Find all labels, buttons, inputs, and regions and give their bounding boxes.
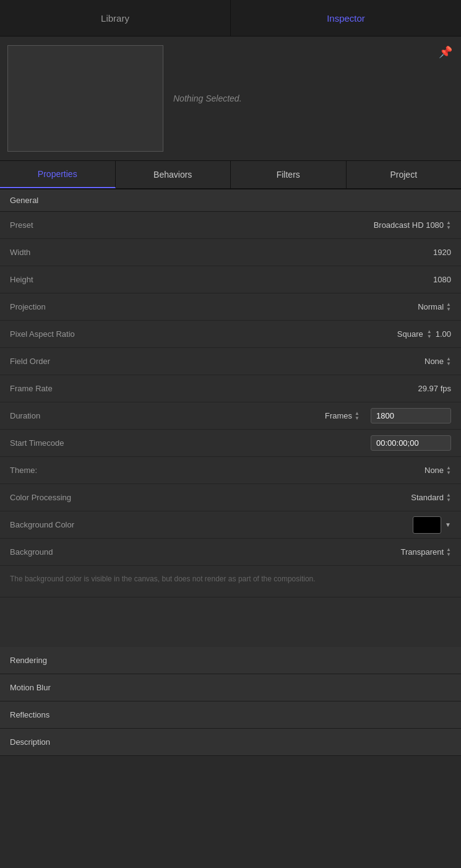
duration-label: Duration [10, 411, 97, 420]
tab-inspector[interactable]: Inspector [231, 0, 461, 36]
background-value[interactable]: Transparent ▲ ▼ [97, 547, 451, 557]
field-order-value[interactable]: None ▲ ▼ [97, 357, 451, 367]
tab-filters[interactable]: Filters [231, 161, 347, 188]
pixel-aspect-ratio-row: Pixel Aspect Ratio Square ▲ ▼ 1.00 [0, 321, 461, 348]
background-stepper-icon[interactable]: ▲ ▼ [446, 547, 451, 557]
motion-blur-section-header[interactable]: Motion Blur [0, 674, 461, 701]
preview-area: Nothing Selected. 📌 [0, 37, 461, 160]
color-processing-value[interactable]: Standard ▲ ▼ [97, 493, 451, 503]
background-row: Background Transparent ▲ ▼ [0, 539, 461, 566]
start-timecode-value[interactable]: 00:00:00;00 [97, 435, 451, 451]
tab-library[interactable]: Library [0, 0, 231, 36]
duration-value[interactable]: Frames ▲ ▼ 1800 [97, 408, 451, 423]
sub-tab-bar: Properties Behaviors Filters Project [0, 160, 461, 189]
start-timecode-label: Start Timecode [10, 438, 97, 448]
rendering-section-header[interactable]: Rendering [0, 647, 461, 674]
theme-row: Theme: None ▲ ▼ [0, 457, 461, 484]
projection-value[interactable]: Normal ▲ ▼ [97, 302, 451, 312]
general-section-header: General [0, 189, 461, 212]
start-timecode-input[interactable]: 00:00:00;00 [371, 435, 451, 451]
duration-row: Duration Frames ▲ ▼ 1800 [0, 402, 461, 430]
duration-input[interactable]: 1800 [371, 408, 451, 423]
description-section-header[interactable]: Description [0, 729, 461, 755]
field-order-stepper-icon[interactable]: ▲ ▼ [446, 357, 451, 367]
height-value: 1080 [97, 275, 451, 284]
color-processing-row: Color Processing Standard ▲ ▼ [0, 484, 461, 511]
reflections-section: Reflections [0, 701, 461, 729]
projection-stepper-icon[interactable]: ▲ ▼ [446, 302, 451, 312]
nothing-selected-label: Nothing Selected. [163, 93, 454, 103]
frame-rate-row: Frame Rate 29.97 fps [0, 375, 461, 402]
rendering-section: Rendering [0, 647, 461, 674]
tab-project[interactable]: Project [347, 161, 462, 188]
top-tab-bar: Library Inspector [0, 0, 461, 37]
properties-table: Preset Broadcast HD 1080 ▲ ▼ Width 1920 … [0, 212, 461, 647]
color-swatch[interactable] [413, 516, 441, 534]
motion-blur-section: Motion Blur [0, 674, 461, 701]
preset-value[interactable]: Broadcast HD 1080 ▲ ▼ [97, 220, 451, 230]
height-label: Height [10, 275, 97, 284]
pixel-aspect-ratio-stepper-icon[interactable]: ▲ ▼ [427, 329, 432, 339]
color-dropdown-chevron-icon[interactable]: ▼ [445, 521, 451, 528]
pin-icon[interactable]: 📌 [439, 45, 452, 59]
projection-row: Projection Normal ▲ ▼ [0, 293, 461, 321]
background-color-row: Background Color ▼ [0, 511, 461, 539]
pixel-aspect-ratio-value[interactable]: Square ▲ ▼ 1.00 [97, 329, 451, 339]
field-order-label: Field Order [10, 357, 97, 366]
theme-value[interactable]: None ▲ ▼ [97, 466, 451, 475]
frame-rate-value: 29.97 fps [97, 384, 451, 393]
description-section: Description [0, 729, 461, 756]
background-color-label: Background Color [10, 520, 97, 529]
field-order-row: Field Order None ▲ ▼ [0, 348, 461, 375]
preset-row: Preset Broadcast HD 1080 ▲ ▼ [0, 212, 461, 239]
projection-label: Projection [10, 302, 97, 311]
background-info-text: The background color is visible in the c… [0, 566, 461, 597]
width-row: Width 1920 [0, 239, 461, 266]
preset-label: Preset [10, 220, 97, 230]
width-label: Width [10, 248, 97, 257]
theme-label: Theme: [10, 466, 97, 475]
tab-properties[interactable]: Properties [0, 161, 116, 188]
duration-unit-stepper-icon[interactable]: ▲ ▼ [355, 411, 360, 421]
pixel-aspect-ratio-label: Pixel Aspect Ratio [10, 329, 97, 339]
table-bottom-spacer [0, 597, 461, 647]
background-label: Background [10, 547, 97, 557]
start-timecode-row: Start Timecode 00:00:00;00 [0, 430, 461, 457]
height-row: Height 1080 [0, 266, 461, 293]
background-color-value[interactable]: ▼ [97, 516, 451, 534]
theme-stepper-icon[interactable]: ▲ ▼ [446, 466, 451, 475]
tab-behaviors[interactable]: Behaviors [116, 161, 231, 188]
preset-stepper-icon[interactable]: ▲ ▼ [446, 220, 451, 230]
width-value: 1920 [97, 248, 451, 257]
color-processing-label: Color Processing [10, 493, 97, 502]
color-processing-stepper-icon[interactable]: ▲ ▼ [446, 493, 451, 503]
frame-rate-label: Frame Rate [10, 384, 97, 393]
preview-thumbnail [7, 45, 163, 152]
reflections-section-header[interactable]: Reflections [0, 701, 461, 728]
